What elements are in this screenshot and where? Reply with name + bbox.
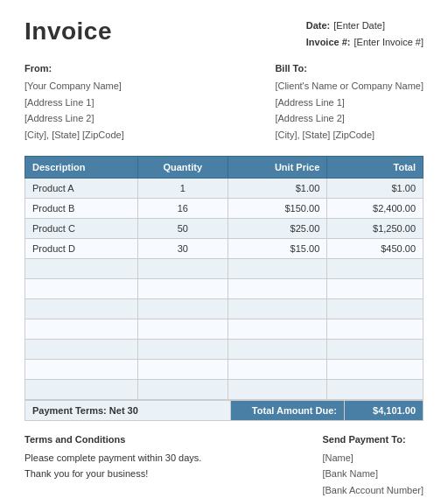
cell-empty-desc xyxy=(25,319,138,339)
bill-to-address: Bill To: [Client's Name or Company Name]… xyxy=(275,60,424,143)
cell-empty-price xyxy=(228,359,327,379)
cell-empty-qty xyxy=(137,258,228,278)
from-label: From: xyxy=(24,60,124,77)
cell-unit-price: $1.00 xyxy=(228,178,327,198)
invoice-title-wrapper: Invoice xyxy=(24,18,112,46)
col-total: Total xyxy=(327,156,424,178)
cell-empty-price xyxy=(228,258,327,278)
table-row-empty xyxy=(25,258,424,278)
table-row: Product B 16 $150.00 $2,400.00 xyxy=(25,198,424,218)
payment-account: [Bank Account Number] xyxy=(322,482,424,498)
cell-description: Product A xyxy=(25,178,138,198)
table-row: Product A 1 $1.00 $1.00 xyxy=(25,178,424,198)
address-section: From: [Your Company Name] [Address Line … xyxy=(24,60,424,143)
invoice-number-value: [Enter Invoice #] xyxy=(354,34,424,51)
cell-empty-desc xyxy=(25,258,138,278)
cell-empty-qty xyxy=(137,278,228,298)
cell-empty-desc xyxy=(25,359,138,379)
table-header-row: Description Quantity Unit Price Total xyxy=(25,156,424,178)
invoice-number-label: Invoice #: xyxy=(306,34,351,51)
cell-empty-price xyxy=(228,379,327,399)
payment-name: [Name] xyxy=(322,450,424,466)
invoice-table: Description Quantity Unit Price Total Pr… xyxy=(24,156,424,400)
from-address: From: [Your Company Name] [Address Line … xyxy=(24,60,124,143)
footer-row: Payment Terms: Net 30 Total Amount Due: … xyxy=(25,400,424,420)
payment-to-block: Send Payment To: [Name] [Bank Name] [Ban… xyxy=(322,431,424,498)
cell-unit-price: $15.00 xyxy=(228,238,327,258)
cell-description: Product B xyxy=(25,198,138,218)
from-company: [Your Company Name] xyxy=(24,78,124,95)
cell-empty-desc xyxy=(25,298,138,319)
payment-terms: Payment Terms: Net 30 xyxy=(25,400,231,420)
cell-empty-total xyxy=(327,319,424,339)
cell-empty-total xyxy=(327,278,424,298)
table-row-empty xyxy=(25,298,424,319)
cell-empty-price xyxy=(228,319,327,339)
table-row: Product C 50 $25.00 $1,250.00 xyxy=(25,218,424,238)
table-footer: Payment Terms: Net 30 Total Amount Due: … xyxy=(24,400,424,421)
bill-to-address2: [Address Line 2] xyxy=(275,110,424,127)
cell-unit-price: $150.00 xyxy=(228,198,327,218)
table-row-empty xyxy=(25,359,424,379)
cell-empty-qty xyxy=(137,319,228,339)
bill-to-company: [Client's Name or Company Name] xyxy=(275,78,424,95)
bill-to-label: Bill To: xyxy=(275,60,424,77)
cell-quantity: 16 xyxy=(137,198,228,218)
cell-total: $450.00 xyxy=(327,238,424,258)
cell-empty-qty xyxy=(137,298,228,319)
cell-empty-desc xyxy=(25,278,138,298)
cell-empty-qty xyxy=(137,379,228,399)
invoice-title: Invoice xyxy=(24,18,112,46)
col-description: Description xyxy=(25,156,138,178)
cell-description: Product D xyxy=(25,238,138,258)
cell-total: $2,400.00 xyxy=(327,198,424,218)
table-row-empty xyxy=(25,379,424,399)
total-amount-value: $4,101.00 xyxy=(345,400,424,420)
terms-line1: Please complete payment within 30 days. xyxy=(24,450,201,466)
bill-to-city: [City], [State] [ZipCode] xyxy=(275,127,424,144)
cell-empty-total xyxy=(327,258,424,278)
terms-label: Terms and Conditions xyxy=(24,431,201,448)
payment-bank: [Bank Name] xyxy=(322,466,424,482)
cell-empty-total xyxy=(327,298,424,319)
bill-to-address1: [Address Line 1] xyxy=(275,95,424,111)
cell-quantity: 1 xyxy=(137,178,228,198)
terms-block: Terms and Conditions Please complete pay… xyxy=(24,431,201,498)
table-row-empty xyxy=(25,278,424,298)
cell-quantity: 50 xyxy=(137,218,228,238)
date-value: [Enter Date] xyxy=(333,18,385,34)
cell-empty-total xyxy=(327,359,424,379)
cell-description: Product C xyxy=(25,218,138,238)
from-address1: [Address Line 1] xyxy=(24,95,124,111)
cell-empty-price xyxy=(228,339,327,359)
cell-total: $1.00 xyxy=(327,178,424,198)
cell-empty-desc xyxy=(25,379,138,399)
header-meta: Date: [Enter Date] Invoice #: [Enter Inv… xyxy=(306,18,424,50)
date-row: Date: [Enter Date] xyxy=(306,18,424,34)
cell-total: $1,250.00 xyxy=(327,218,424,238)
cell-empty-price xyxy=(228,278,327,298)
invoice-number-row: Invoice #: [Enter Invoice #] xyxy=(306,34,424,51)
table-row-empty xyxy=(25,319,424,339)
cell-empty-qty xyxy=(137,359,228,379)
invoice-header: Invoice Date: [Enter Date] Invoice #: [E… xyxy=(24,18,424,50)
cell-empty-total xyxy=(327,379,424,399)
cell-unit-price: $25.00 xyxy=(228,218,327,238)
payment-to-label: Send Payment To: xyxy=(322,431,424,448)
table-row-empty xyxy=(25,339,424,359)
cell-empty-qty xyxy=(137,339,228,359)
col-unit-price: Unit Price xyxy=(228,156,327,178)
cell-quantity: 30 xyxy=(137,238,228,258)
date-label: Date: xyxy=(306,18,331,34)
cell-empty-total xyxy=(327,339,424,359)
cell-empty-desc xyxy=(25,339,138,359)
table-row: Product D 30 $15.00 $450.00 xyxy=(25,238,424,258)
total-amount-label: Total Amount Due: xyxy=(231,400,345,420)
cell-empty-price xyxy=(228,298,327,319)
col-quantity: Quantity xyxy=(137,156,228,178)
terms-line2: Thank you for your business! xyxy=(24,466,201,482)
from-address2: [Address Line 2] xyxy=(24,110,124,127)
from-city: [City], [State] [ZipCode] xyxy=(24,127,124,144)
bottom-section: Terms and Conditions Please complete pay… xyxy=(24,431,424,498)
